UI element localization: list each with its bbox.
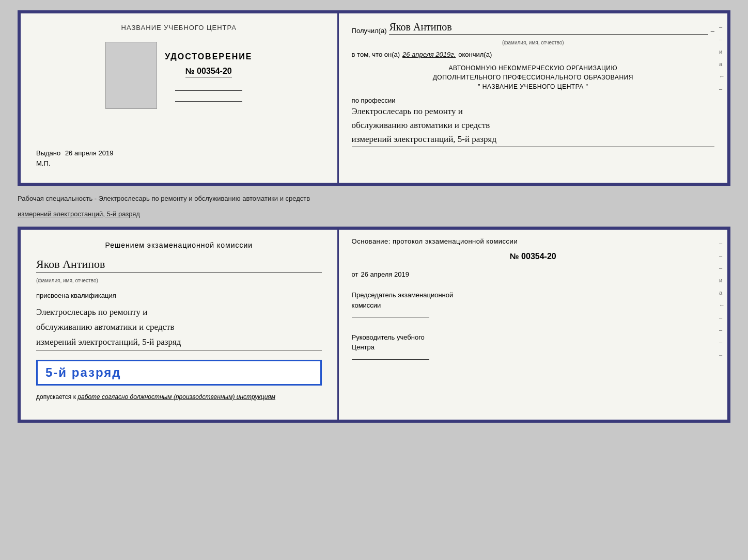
date-prefix-top: в том, что он(а) <box>352 51 400 58</box>
top-doc-right-panel: Получил(а) Яков Антипов – (фамилия, имя,… <box>339 13 727 183</box>
rank-badge: 5-й разряд <box>36 360 322 386</box>
rukovoditel-line1: Руководитель учебного <box>352 332 714 343</box>
rukovoditel-line2: Центра <box>352 342 714 353</box>
fio-label-bottom: (фамилия, имя, отчество) <box>36 278 322 283</box>
profession-text-top: Электрослесарь по ремонту иобслуживанию … <box>352 104 714 147</box>
top-left-title: НАЗВАНИЕ УЧЕБНОГО ЦЕНТРА <box>121 24 237 31</box>
bottom-doc-right-panel: Основание: протокол экзаменационной коми… <box>339 230 727 420</box>
protocol-date-value: 26 апреля 2019 <box>361 270 410 278</box>
osnov-title: Основание: протокол экзаменационной коми… <box>352 237 714 245</box>
org-block-top: АВТОНОМНУЮ НЕКОММЕРЧЕСКУЮ ОРГАНИЗАЦИЮ ДО… <box>352 63 714 91</box>
cert-bottom-block: Выдано 26 апреля 2019 М.П. <box>36 149 322 172</box>
side-marks-top: – – и а ← – <box>719 24 725 92</box>
chairman-line1: Председатель экзаменационной <box>352 290 714 300</box>
document-container: НАЗВАНИЕ УЧЕБНОГО ЦЕНТРА УДОСТОВЕРЕНИЕ №… <box>18 10 730 423</box>
cert-title: УДОСТОВЕРЕНИЕ <box>165 52 252 61</box>
qualification-text-bottom: Электрослесарь по ремонту иобслуживанию … <box>36 305 322 350</box>
cert-number: № 00354-20 <box>185 67 232 77</box>
profession-prefix-top: по профессии <box>352 97 396 104</box>
bottom-document: Решением экзаменационной комиссии Яков А… <box>18 227 730 423</box>
recipient-name: Яков Антипов <box>389 21 708 35</box>
rukovoditel-block: Руководитель учебного Центра <box>352 332 714 363</box>
org-line1: АВТОНОМНУЮ НЕКОММЕРЧЕСКУЮ ОРГАНИЗАЦИЮ <box>352 63 714 73</box>
top-doc-left-panel: НАЗВАНИЕ УЧЕБНОГО ЦЕНТРА УДОСТОВЕРЕНИЕ №… <box>21 13 339 183</box>
side-marks-bottom-right: – – – и а ← – – – – <box>719 240 725 358</box>
person-name-bottom: Яков Антипов <box>36 258 322 273</box>
middle-text-line2: измерений электростанций, 5-й разряд <box>18 206 730 222</box>
date-line-top: в том, что он(а) 26 апреля 2019г. окончи… <box>352 51 714 58</box>
profession-block-top: по профессии Электрослесарь по ремонту и… <box>352 97 714 147</box>
org-line3: " НАЗВАНИЕ УЧЕБНОГО ЦЕНТРА " <box>352 82 714 91</box>
rukovoditel-signature-line <box>352 359 429 360</box>
qualification-label: присвоена квалификация <box>36 292 322 299</box>
chairman-signature-line <box>352 317 429 317</box>
cert-middle-block: УДОСТОВЕРЕНИЕ № 00354-20 <box>105 42 252 109</box>
issued-date: 26 апреля 2019 <box>65 149 114 157</box>
protocol-date-bottom: от 26 апреля 2019 <box>352 270 714 278</box>
fio-label-top: (фамилия, имя, отчество) <box>352 40 714 45</box>
commission-title: Решением экзаменационной комиссии <box>36 240 322 251</box>
допуск-line: допускается к работе согласно должностны… <box>36 392 322 402</box>
chairman-line2: комиссии <box>352 300 714 311</box>
top-document: НАЗВАНИЕ УЧЕБНОГО ЦЕНТРА УДОСТОВЕРЕНИЕ №… <box>18 10 730 186</box>
photo-placeholder <box>105 42 157 109</box>
date-suffix-top: окончил(а) <box>458 51 492 58</box>
recipient-prefix: Получил(а) <box>352 27 387 35</box>
date-value-top: 26 апреля 2019г. <box>402 51 456 58</box>
recipient-line: Получил(а) Яков Антипов – <box>352 21 714 35</box>
middle-text-line1: Рабочая специальность - Электрослесарь п… <box>18 191 730 206</box>
protocol-number-bottom: № 00354-20 <box>510 252 556 261</box>
org-line2: ДОПОЛНИТЕЛЬНОГО ПРОФЕССИОНАЛЬНОГО ОБРАЗО… <box>352 73 714 82</box>
chairman-block: Председатель экзаменационной комиссии <box>352 290 714 321</box>
issued-label: Выдано <box>36 149 60 157</box>
dash: – <box>711 27 714 35</box>
middle-text-block: Рабочая специальность - Электрослесарь п… <box>18 191 730 221</box>
bottom-doc-left-panel: Решением экзаменационной комиссии Яков А… <box>21 230 339 420</box>
mp-label: М.П. <box>36 159 50 167</box>
issued-line: Выдано 26 апреля 2019 <box>36 149 113 157</box>
